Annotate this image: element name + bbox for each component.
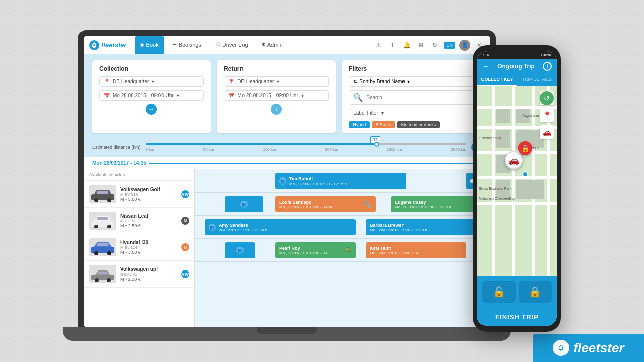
nav-tab-driver-log[interactable]: 📄 Driver Log	[209, 36, 253, 54]
brand-name: fleetster	[573, 340, 624, 356]
booking-block-2-0[interactable]: 👥 Amy Sanders 28/03/2018 11:20 - 13:00 h	[205, 219, 356, 235]
vehicle-price-0: M • 5.00 €	[120, 197, 177, 202]
road-v-2	[512, 86, 515, 276]
brand-bar: fleetster	[533, 334, 644, 362]
vehicle-sub-3: GS AL 41	[120, 272, 177, 277]
booking-block-3-0[interactable]: 👥	[225, 242, 255, 258]
return-card: Return 📍 DB Headquarter ▾ 📅 Mo 28.08.201…	[217, 60, 336, 133]
phone-header: ← Ongoing Trip i	[477, 59, 557, 74]
tab-collect-key[interactable]: COLLECT KEY	[477, 74, 517, 86]
svg-rect-14	[91, 275, 114, 280]
booking-block-3-1[interactable]: Pearl Roy Mo., 28/03/2018 13:30 - 14... …	[275, 242, 356, 258]
sort-icon: ⇅	[353, 79, 357, 84]
collection-next-arrow[interactable]: →	[146, 104, 157, 115]
svg-point-0	[559, 346, 562, 349]
vehicle-row-0[interactable]: Volkswagen Golf M EV 513 M • 5.00 € VW	[84, 181, 194, 208]
nav-tab-book[interactable]: ◉ Book	[135, 36, 164, 54]
return-location-field[interactable]: 📍 DB Headquarter ▾	[224, 76, 329, 87]
app-logo: fleetster	[89, 40, 127, 50]
booking-block-2-1[interactable]: Barbara Brewer Mo., 28/03/2018 11:20 - 1…	[366, 219, 490, 235]
return-location-icon: 📍	[228, 79, 234, 84]
calendar-icon: 📅	[104, 93, 110, 98]
timeline-date: Mon 28/03/2017 - 14:35	[92, 160, 146, 166]
vehicle-row-1[interactable]: Nissan Leaf M HI 192 M • 2.50 € N	[84, 208, 194, 234]
vehicle-row-2[interactable]: Hyundai i30 M EL 114 M • 3.00 € H	[84, 234, 194, 261]
phone-header-title: Ongoing Trip	[492, 63, 540, 70]
tag-hybrid[interactable]: Hybrid	[349, 121, 370, 128]
bookings-icon: ☰	[172, 42, 177, 47]
booking-block-0-0[interactable]: 👥 Tim Ruhoff Mo., 28/03/2018 12:30 - 12:…	[275, 173, 406, 189]
vehicle-sub-1: M HI 192	[120, 219, 177, 223]
language-badge: EN	[444, 42, 455, 49]
map-car-icon[interactable]: 🚗	[540, 125, 554, 139]
map-block-1	[496, 109, 510, 123]
return-calendar-icon: 📅	[228, 93, 234, 98]
booking-people-icon-3: 👥	[209, 224, 216, 231]
phone-battery: 100%	[541, 53, 551, 57]
info-button[interactable]: i	[543, 62, 552, 71]
laptop-screen: fleetster ◉ Book ☰ Bookings 📄 Driver Log…	[84, 36, 490, 327]
filters-title: Filters	[349, 65, 474, 72]
booking-row-2: 👥 Amy Sanders 28/03/2018 11:20 - 13:00 h…	[195, 216, 490, 239]
booking-row-0: 👥 Tim Ruhoff Mo., 28/03/2018 12:30 - 12:…	[195, 169, 490, 193]
tag-seats[interactable]: 5 Seats	[372, 121, 395, 128]
svg-rect-13	[97, 243, 108, 246]
phone-time: 9:41	[483, 53, 491, 57]
distance-slider[interactable]	[146, 143, 466, 145]
return-down-arrow[interactable]: ↓	[271, 104, 282, 115]
laptop-outer: fleetster ◉ Book ☰ Bookings 📄 Driver Log…	[78, 30, 496, 327]
vehicles-list: Available vehicles	[84, 169, 195, 327]
collection-date-field[interactable]: 📅 Mo 28.08.2015 09:00 Uhr ▾	[99, 90, 204, 101]
booking-block-1-0[interactable]: 👥	[225, 196, 263, 212]
bell-icon: 🔔	[401, 40, 412, 50]
svg-point-1	[93, 44, 95, 46]
tab-trip-details[interactable]: TRIP DETAILS	[517, 74, 557, 86]
brand-logo-icon	[553, 340, 569, 356]
map-recenter-icon[interactable]: ↺	[540, 91, 554, 105]
sort-field[interactable]: ⇅ Sort by Brand Name ▾	[349, 76, 474, 87]
user-avatar[interactable]: 👤	[459, 40, 470, 51]
map-pin-icon[interactable]: 📍	[540, 108, 554, 122]
return-date-field[interactable]: 📅 Mo 28.08.2015 09:00 Uhr ▾	[224, 90, 329, 101]
search-field[interactable]: 🔍	[349, 90, 474, 105]
booking-row-1: 👥 Louis Santiago Mo., 28/03/2018 13:00 -…	[195, 193, 490, 216]
collection-location-field[interactable]: 📍 DB Headquarter ▾	[99, 76, 204, 87]
phone-status-bar: 9:41 100%	[477, 51, 557, 59]
nav-tab-bookings[interactable]: ☰ Bookings	[167, 36, 206, 54]
screen-icon: 🖥	[416, 40, 426, 50]
phone-outer: 9:41 100% ← Ongoing Trip i COLLECT KEY T…	[473, 45, 561, 332]
lock-button[interactable]: 🔒	[519, 281, 552, 303]
phone: 9:41 100% ← Ongoing Trip i COLLECT KEY T…	[473, 45, 561, 332]
nav-tab-admin[interactable]: ✱ Admin	[256, 36, 288, 54]
label-filter-field[interactable]: Label Filter ▾	[349, 108, 474, 118]
search-input[interactable]	[366, 95, 470, 100]
refresh-icon: ↻	[430, 40, 440, 50]
booking-block-3-2[interactable]: Kate Hunt Mo., 28/03/2018 13:00 - 14...	[366, 242, 466, 258]
unlock-icon: 🔓	[493, 286, 505, 298]
booking-block-1-1[interactable]: Louis Santiago Mo., 28/03/2018 13:00 - 1…	[275, 196, 376, 212]
distance-bar: Estimated distance (km) 97 0 km 5	[84, 139, 490, 157]
vehicle-row-3[interactable]: Volkswagen up! GS AL 41 M • 2.30 € VW	[84, 261, 194, 288]
unlock-button[interactable]: 🔓	[482, 281, 516, 303]
filter-tags: Hybrid 5 Seats No food or drinks	[349, 121, 474, 128]
vehicle-photo-0	[89, 185, 116, 203]
back-button[interactable]: ←	[482, 62, 489, 70]
tag-food[interactable]: No food or drinks	[397, 121, 440, 128]
vehicle-sub-0: M EV 513	[120, 192, 177, 197]
finish-trip-button[interactable]: FINISH TRIP	[477, 308, 557, 326]
location-icon: 📍	[104, 79, 110, 84]
vehicle-name-1: Nissan Leaf	[120, 213, 177, 219]
vehicle-name-2: Hyundai i30	[120, 240, 177, 245]
vehicle-info-1: Nissan Leaf M HI 192 M • 2.50 €	[120, 213, 177, 228]
vehicle-photo-3	[89, 265, 116, 283]
vehicle-brand-1: N	[181, 217, 189, 225]
filter-bar: Collection 📍 DB Headquarter ▾ 📅 Mo 28.08…	[84, 54, 490, 139]
vehicle-sub-2: M EL 114	[120, 245, 177, 250]
driver-log-icon: 📄	[214, 42, 220, 47]
header-actions: ⚠ ℹ 🔔 🖥 ↻ EN 👤 ✕	[373, 40, 485, 51]
app-logo-icon	[89, 40, 99, 50]
map-right-icons: ⛽ 📍 🚗 ↺	[540, 91, 554, 139]
info-icon: ℹ	[387, 40, 397, 50]
vehicle-name-0: Volkswagen Golf	[120, 187, 177, 192]
lock-icon: 🔒	[529, 286, 541, 298]
